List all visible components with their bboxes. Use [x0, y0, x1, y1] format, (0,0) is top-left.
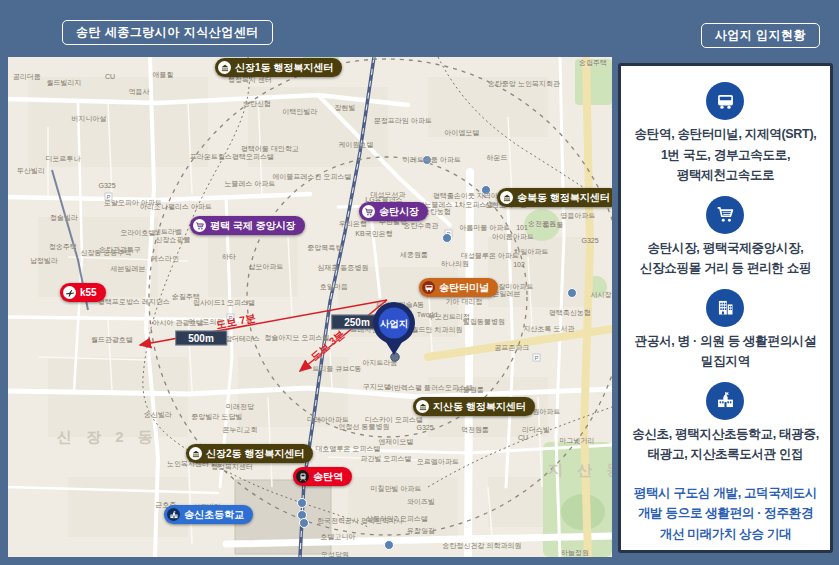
map-label: 트리플 큐브C동: [313, 364, 362, 374]
badge-songbuk-center: 송북동 행정복지센터: [497, 188, 612, 207]
badge-songtan-station: 송탄역: [293, 467, 352, 486]
poi-badge-label: 신장1동 행정복지센터: [235, 61, 333, 75]
map-label: 신장쇼핑몰: [156, 235, 191, 245]
map-label: 두산빌리: [17, 166, 45, 176]
map-label: 디스카이 오피스텔: [365, 415, 423, 425]
map-label: 평택축신농협: [549, 308, 591, 318]
map-label: CU: [518, 434, 528, 441]
map-label: 먹음사: [129, 87, 150, 97]
map-label: 아름마을 아파트: [460, 223, 511, 233]
gov-icon: [218, 61, 231, 74]
map-label: G325: [416, 424, 433, 431]
map-label: 송신빌라: [144, 410, 172, 420]
map-label: 청송주택: [49, 242, 77, 252]
map-label: 하운드: [487, 153, 508, 163]
panel-text-line: 1번 국도, 경부고속도로,: [661, 145, 790, 166]
map-label: 아리조나팰리스 아파트: [140, 202, 212, 212]
poi-badge-label: 송신초등학교: [184, 508, 244, 522]
panel-text-line: 송신초, 평택지산초등학교, 태광중,: [632, 424, 819, 445]
panel-text-line: 신장쇼핑몰 거리 등 편리한 쇼핑: [640, 258, 811, 279]
map-label: 서울원룸: [456, 385, 484, 395]
map-label: 오라이호텔: [121, 228, 156, 238]
map-label: 버지니아설: [72, 114, 107, 124]
map-label: 차일아파트: [514, 247, 549, 257]
map-label: 유창인길: [407, 526, 435, 536]
location-infographic: 송탄 세종그랑시아 지식산업센터 사업지 입지현황: [0, 0, 839, 565]
map-label: 청솔아지모 오피스텔: [265, 333, 330, 343]
map-label: 온누리교회: [223, 425, 258, 435]
panel-text-line: 송탄시장, 평택국제중앙시장,: [648, 238, 804, 259]
gov-icon: [416, 400, 429, 413]
poi-badge-label: k55: [80, 287, 97, 298]
map-label: 기아 대리점: [446, 297, 483, 307]
panel-text-line: 관공서, 병 · 의원 등 생활편의시설: [635, 331, 817, 352]
map-label: G325: [581, 237, 598, 244]
panel-item: 송탄역, 송탄터미널, 지제역(SRT),1번 국도, 경부고속도로,평택제천고…: [632, 82, 819, 186]
map-label: 월드빌리지: [47, 78, 82, 88]
map-label: 송탄수족관: [404, 221, 439, 231]
map-label: G325: [98, 182, 115, 189]
map-label: KB국민은행: [355, 229, 392, 239]
map-label: CU: [105, 73, 115, 80]
highlight-text-line: 개발 등으로 생활편의 · 정주환경: [634, 503, 818, 524]
gov-icon: [189, 447, 202, 460]
section-title-chip: 사업지 입지현황: [701, 23, 820, 48]
cart-icon: [362, 205, 375, 218]
map-label: 영음아파트: [561, 211, 596, 221]
map-label: 디포르투나: [46, 154, 81, 164]
district-watermark: 신 장 2 동: [57, 428, 158, 447]
map-label: 102: [513, 261, 525, 268]
train-icon: [296, 470, 309, 483]
info-panel: 송탄역, 송탄터미널, 지제역(SRT),1번 국도, 경부고속도로,평택제천고…: [618, 63, 833, 553]
map-label: 대호앨루온 오피스텔: [316, 444, 381, 454]
panel-item: 관공서, 병 · 의원 등 생활편의시설밀집지역: [632, 289, 819, 372]
svg-text:P: P: [535, 355, 539, 361]
map-label: 호일마음: [320, 282, 348, 292]
map-label: 심재훈 통증병원: [318, 263, 369, 273]
map-label: 세종원룸: [400, 250, 428, 260]
map-label: 와이즈빌: [407, 497, 435, 507]
map-label: 하타: [222, 252, 236, 262]
svg-text:사업지: 사업지: [380, 318, 409, 329]
map-label: 청솔빌라: [50, 213, 78, 223]
poi-badge-label: 송북동 행정복지센터: [517, 191, 610, 205]
panel-item: 송탄시장, 평택국제중앙시장,신장쇼핑몰 거리 등 편리한 쇼핑: [632, 196, 819, 279]
map-label: 노블레스 아파트: [225, 179, 276, 189]
poi-badge-label: 송탄터미널: [439, 281, 489, 295]
map-label: 메스라인: [151, 254, 179, 264]
building-icon: [706, 289, 744, 327]
badge-jisan-center: 지산동 행정복지센터: [413, 397, 535, 416]
poi-badge-label: 송탄역: [313, 470, 343, 484]
poi-badge-label: 송탄시장: [379, 205, 419, 219]
map-label: 서시장: [591, 290, 612, 300]
map-label: 이택안빌라: [283, 107, 318, 117]
badge-songtan-market: 송탄시장: [359, 202, 428, 221]
map-label: 중앙목욕탕: [308, 243, 343, 253]
badge-pyeongtaek-intl-market: 평택 국제 중앙시장: [190, 216, 305, 235]
map-label: 송탄신협: [243, 99, 271, 109]
map-label: 케이원호텔: [339, 140, 374, 150]
map-label: 엔제이모텔: [379, 437, 414, 447]
panel-text-line: 밀집지역: [701, 351, 750, 372]
map-label: 세븐일레븐: [111, 264, 146, 274]
panel-item: 송신초, 평택지산초등학교, 태광중,태광고, 지산초록도서관 인접: [632, 382, 819, 465]
map-label: 빌림동물병원: [463, 317, 505, 327]
map-label: 송전공원: [528, 219, 556, 229]
project-title-chip: 송탄 세종그랑시아 지식산업센터: [62, 20, 273, 45]
map-label: 우리은행: [339, 219, 367, 229]
highlight-text-line: 평택시 구도심 개발, 고덕국제도시: [634, 483, 818, 504]
badge-songsin-elementary: 송신초등학교: [164, 505, 253, 524]
map-label: 대성모선과: [371, 190, 406, 200]
map-label: 아이움아파트: [492, 232, 534, 242]
poi-badge-label: 신장2동 행정복지센터: [206, 447, 304, 461]
map-label: 평택프로방스 레지던스: [98, 297, 170, 307]
panel-text-line: 송탄역, 송탄터미널, 지제역(SRT),: [635, 124, 817, 145]
panel-highlight-block: 평택시 구도심 개발, 고덕국제도시개발 등으로 생활편의 · 정주환경개선 미…: [634, 483, 818, 545]
map-label: 덕전원룸: [461, 425, 489, 435]
map-label: 송탄중앙 노인복지회관: [488, 79, 560, 89]
plane-icon: [63, 286, 76, 299]
map-label: 아이엠모텔: [445, 128, 480, 138]
map-label: 대성블루온 아파트: [461, 251, 519, 261]
map-label: 송탄관광특구: [99, 245, 141, 255]
map-label: 남정빌라: [30, 256, 58, 266]
